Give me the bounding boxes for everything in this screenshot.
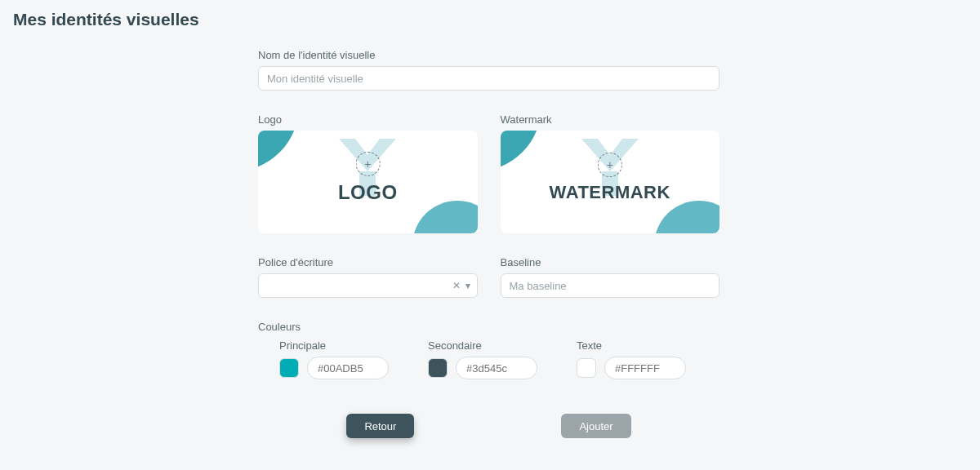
- watermark-label: Watermark: [501, 113, 720, 126]
- primary-color-label: Principale: [279, 339, 389, 352]
- primary-color-input[interactable]: [307, 357, 389, 379]
- watermark-upload[interactable]: + WATERMARK: [501, 131, 720, 233]
- logo-upload[interactable]: + LOGO: [258, 131, 478, 233]
- decorative-blob: [412, 201, 478, 233]
- font-label: Police d'écriture: [258, 256, 478, 268]
- secondary-color-input[interactable]: [456, 357, 537, 379]
- logo-label: Logo: [258, 113, 478, 126]
- add-watermark-icon[interactable]: +: [598, 153, 622, 177]
- decorative-blob: [258, 131, 299, 171]
- back-button[interactable]: Retour: [346, 414, 414, 438]
- secondary-color-swatch[interactable]: [428, 358, 448, 378]
- font-select[interactable]: ✕ ▾: [258, 273, 478, 298]
- primary-color-swatch[interactable]: [279, 358, 299, 378]
- baseline-label: Baseline: [501, 256, 720, 268]
- decorative-blob: [501, 131, 541, 171]
- text-color-input[interactable]: [604, 357, 686, 379]
- clear-icon[interactable]: ✕: [452, 281, 461, 290]
- add-logo-icon[interactable]: +: [355, 152, 380, 176]
- colors-label: Couleurs: [258, 321, 719, 333]
- decorative-blob: [654, 201, 719, 233]
- name-label: Nom de l'identité visuelle: [258, 49, 719, 61]
- watermark-word: WATERMARK: [550, 182, 670, 203]
- text-color-label: Texte: [577, 339, 686, 352]
- page-title: Mes identités visuelles: [13, 10, 967, 29]
- add-button[interactable]: Ajouter: [561, 414, 630, 438]
- text-color-swatch[interactable]: [577, 358, 596, 378]
- logo-word: LOGO: [338, 181, 398, 204]
- secondary-color-label: Secondaire: [428, 339, 537, 352]
- visual-identity-form: Nom de l'identité visuelle Logo + LOGO W…: [258, 49, 719, 438]
- name-input[interactable]: [258, 66, 719, 91]
- baseline-input[interactable]: [501, 273, 720, 298]
- chevron-down-icon[interactable]: ▾: [466, 281, 470, 290]
